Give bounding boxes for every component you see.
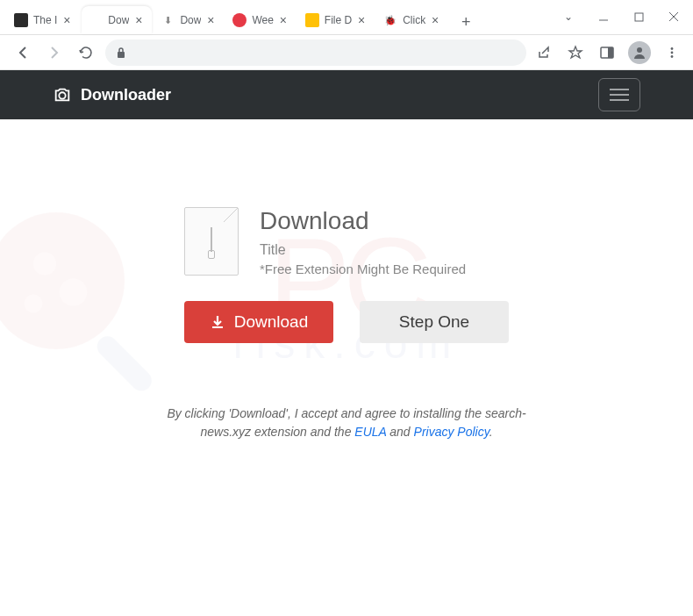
svg-point-9 <box>671 51 674 54</box>
disclaimer-text: By clicking 'Download', I accept and agr… <box>53 405 640 441</box>
window-controls: ⌄ <box>556 0 693 34</box>
tabs-dropdown-button[interactable]: ⌄ <box>556 4 581 29</box>
tab-close-0[interactable]: × <box>61 14 73 26</box>
svg-point-11 <box>59 92 65 98</box>
tab-0[interactable]: The I × <box>7 6 80 34</box>
download-arrow-icon <box>210 314 225 330</box>
tab-close-1[interactable]: × <box>132 14 145 26</box>
svg-point-7 <box>637 47 642 53</box>
download-button[interactable]: Download <box>184 301 333 343</box>
tab-favicon-4 <box>305 13 319 27</box>
tab-title-2: Dow <box>180 14 201 26</box>
tab-favicon-1 <box>89 13 103 27</box>
nav-forward-button[interactable] <box>42 40 67 65</box>
tab-close-3[interactable]: × <box>277 14 289 26</box>
window-close-button[interactable] <box>661 4 686 29</box>
share-icon[interactable] <box>533 42 554 63</box>
svg-rect-4 <box>118 52 125 58</box>
camera-icon <box>53 85 72 104</box>
eula-link[interactable]: EULA <box>354 425 386 439</box>
tab-favicon-0 <box>14 13 28 27</box>
buttons-row: Download Step One <box>184 301 640 343</box>
tab-1[interactable]: Dow × <box>82 6 152 34</box>
svg-point-15 <box>25 295 43 313</box>
svg-point-8 <box>671 47 674 50</box>
svg-point-10 <box>671 55 674 58</box>
tab-close-4[interactable]: × <box>355 14 368 26</box>
tab-close-5[interactable]: × <box>429 14 441 26</box>
magnifier-watermark-icon <box>0 190 193 418</box>
download-note: *Free Extension Might Be Required <box>260 261 466 276</box>
disclaimer-mid: and <box>386 425 413 439</box>
svg-point-13 <box>33 253 56 276</box>
tab-4[interactable]: File D × <box>298 6 375 34</box>
svg-point-14 <box>60 278 87 305</box>
download-button-label: Download <box>234 312 309 332</box>
tab-title-3: Wee <box>252 14 273 26</box>
tab-3[interactable]: Wee × <box>225 6 296 34</box>
browser-toolbar <box>0 35 693 70</box>
bookmark-star-icon[interactable] <box>565 42 586 63</box>
tab-5[interactable]: 🐞 Click × <box>376 6 448 34</box>
svg-point-12 <box>0 212 125 349</box>
window-maximize-button[interactable] <box>626 4 651 29</box>
disclaimer-post: . <box>489 425 493 439</box>
download-box: Download Title *Free Extension Might Be … <box>184 207 640 276</box>
svg-rect-6 <box>608 47 613 58</box>
kebab-menu-icon[interactable] <box>661 42 682 63</box>
tabs-row: The I × Dow × ⬇ Dow × Wee × File D × 🐞 C… <box>0 0 556 34</box>
nav-reload-button[interactable] <box>74 40 98 65</box>
brand: Downloader <box>53 85 171 104</box>
nav-back-button[interactable] <box>11 40 35 65</box>
side-panel-icon[interactable] <box>597 42 618 63</box>
tab-2[interactable]: ⬇ Dow × <box>154 6 224 34</box>
brand-text: Downloader <box>81 86 171 104</box>
profile-avatar[interactable] <box>628 41 651 64</box>
tab-favicon-2: ⬇ <box>161 13 175 27</box>
browser-titlebar: The I × Dow × ⬇ Dow × Wee × File D × 🐞 C… <box>0 0 693 35</box>
tab-favicon-5: 🐞 <box>383 13 397 27</box>
tab-close-2[interactable]: × <box>204 14 217 26</box>
step-one-button-label: Step One <box>399 312 469 332</box>
tab-title-1: Dow <box>108 14 129 26</box>
zip-file-icon <box>184 207 239 276</box>
toolbar-right <box>533 41 682 64</box>
page-content: PC risk.com Download Title *Free Extensi… <box>0 119 693 441</box>
download-title: Title <box>260 242 466 258</box>
tab-favicon-3 <box>232 13 246 27</box>
svg-rect-1 <box>635 13 643 21</box>
step-one-button[interactable]: Step One <box>360 301 509 343</box>
page-header: Downloader <box>0 70 693 119</box>
window-minimize-button[interactable] <box>591 4 616 29</box>
tab-title-5: Click <box>403 14 425 26</box>
privacy-policy-link[interactable]: Privacy Policy <box>414 425 489 439</box>
new-tab-button[interactable]: + <box>454 10 478 34</box>
hamburger-menu-button[interactable] <box>598 78 640 111</box>
lock-icon <box>116 47 126 59</box>
download-info: Download Title *Free Extension Might Be … <box>260 207 466 276</box>
tab-title-0: The I <box>33 14 57 26</box>
download-heading: Download <box>260 207 466 235</box>
tab-title-4: File D <box>325 14 352 26</box>
svg-rect-16 <box>93 333 156 396</box>
address-bar[interactable] <box>105 39 526 66</box>
